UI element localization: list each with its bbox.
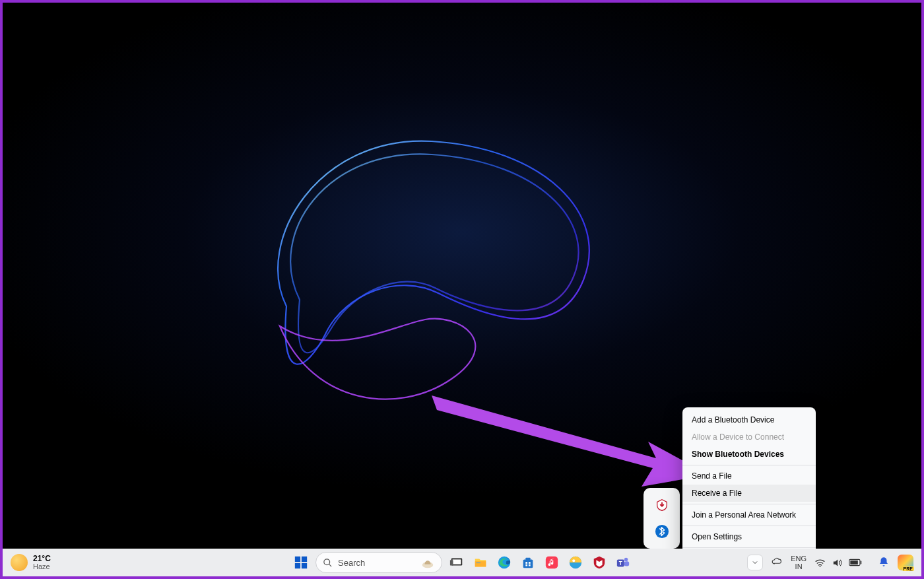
svg-line-7 <box>329 564 331 566</box>
bluetooth-icon[interactable] <box>655 524 669 539</box>
svg-rect-31 <box>861 561 862 564</box>
svg-point-1 <box>655 525 668 538</box>
svg-rect-5 <box>302 563 307 568</box>
edge-icon[interactable] <box>495 553 513 572</box>
weather-temperature: 21°C <box>33 555 51 562</box>
svg-rect-17 <box>525 562 527 564</box>
svg-rect-13 <box>477 562 480 563</box>
teams-icon[interactable]: T <box>614 553 632 572</box>
svg-rect-28 <box>624 561 629 566</box>
svg-rect-32 <box>850 561 858 564</box>
svg-point-24 <box>572 559 575 562</box>
onedrive-icon[interactable] <box>771 556 783 569</box>
menu-separator <box>682 504 816 504</box>
menu-item-send-file[interactable]: Send a File <box>682 467 816 485</box>
svg-point-29 <box>820 566 821 567</box>
svg-point-27 <box>624 558 628 562</box>
language-region: IN <box>791 562 807 570</box>
microsoft-store-icon[interactable] <box>519 553 537 572</box>
menu-item-join-pan[interactable]: Join a Personal Area Network <box>682 506 816 524</box>
wifi-icon[interactable] <box>814 557 826 568</box>
search-box[interactable]: Search <box>315 552 442 573</box>
desktop-wallpaper[interactable]: Add a Bluetooth Device Allow a Device to… <box>3 3 921 549</box>
menu-separator <box>682 547 816 548</box>
mcafee-download-icon[interactable] <box>655 498 669 512</box>
copilot-icon[interactable] <box>898 555 913 570</box>
weather-widget[interactable]: 21°C Haze <box>11 554 51 571</box>
start-icon[interactable] <box>292 553 310 572</box>
mcafee-icon[interactable] <box>590 553 609 572</box>
taskbar-right: ENG IN <box>747 555 913 570</box>
menu-separator <box>682 526 816 526</box>
svg-rect-15 <box>523 559 533 568</box>
svg-rect-10 <box>453 559 461 564</box>
menu-item-receive-file[interactable]: Receive a File <box>682 485 816 502</box>
system-tray-overflow[interactable] <box>644 488 680 549</box>
system-tray-icons[interactable] <box>814 557 862 568</box>
taskbar-center: Search T <box>292 552 632 573</box>
svg-rect-3 <box>302 557 307 562</box>
battery-icon[interactable] <box>849 558 862 567</box>
svg-rect-12 <box>475 561 486 566</box>
weather-condition: Haze <box>33 562 51 570</box>
apple-music-icon[interactable] <box>543 553 561 572</box>
notifications-icon[interactable] <box>878 556 890 569</box>
svg-rect-18 <box>529 562 531 564</box>
task-view-icon[interactable] <box>447 553 466 572</box>
volume-icon[interactable] <box>832 557 843 568</box>
tray-overflow-button[interactable] <box>747 555 763 570</box>
menu-separator <box>682 465 816 465</box>
search-highlight-icon <box>420 555 435 570</box>
search-placeholder: Search <box>338 558 365 568</box>
svg-rect-19 <box>525 564 527 566</box>
svg-point-6 <box>324 559 330 564</box>
svg-rect-11 <box>450 560 453 565</box>
svg-rect-2 <box>295 557 300 562</box>
language-indicator[interactable]: ENG IN <box>791 555 807 570</box>
bluetooth-context-menu: Add a Bluetooth Device Allow a Device to… <box>682 407 816 549</box>
language-lang: ENG <box>791 555 807 562</box>
svg-rect-4 <box>295 563 300 568</box>
taskbar: 21°C Haze Search <box>3 549 921 576</box>
search-icon <box>323 558 333 568</box>
menu-item-open-settings[interactable]: Open Settings <box>682 528 816 545</box>
weather-haze-icon <box>11 554 28 571</box>
chevron-down-icon <box>751 559 759 566</box>
menu-item-allow-connect: Allow a Device to Connect <box>682 428 816 446</box>
svg-rect-20 <box>529 564 531 566</box>
menu-item-add-device[interactable]: Add a Bluetooth Device <box>682 411 816 428</box>
file-explorer-icon[interactable] <box>471 553 490 572</box>
svg-text:T: T <box>619 561 622 566</box>
menu-item-show-devices[interactable]: Show Bluetooth Devices <box>682 446 816 463</box>
svg-rect-16 <box>525 558 530 561</box>
photos-icon[interactable] <box>566 553 585 572</box>
wallpaper-ribbon <box>240 95 623 425</box>
